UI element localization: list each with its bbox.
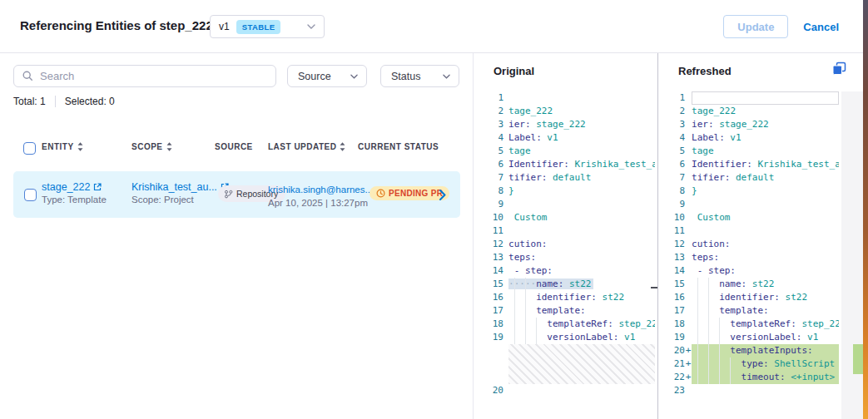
status-badge: PENDING PR xyxy=(370,186,449,200)
diff-collapsed-region xyxy=(508,344,655,384)
code-line: 2name: stage_222 xyxy=(474,105,657,118)
stable-badge: STABLE xyxy=(236,20,281,34)
background-edge xyxy=(863,0,868,419)
code-line: 14 - step: xyxy=(474,264,657,278)
status-filter-label: Status xyxy=(391,71,420,82)
entity-type: Type: Template xyxy=(42,195,107,205)
code-line: 11 spec: xyxy=(658,224,863,238)
chevron-down-icon xyxy=(350,74,358,79)
column-header-current-status: CURRENT STATUS xyxy=(358,142,439,151)
selection-summary: Total: 1 Selected: 0 xyxy=(13,96,115,107)
code-line: 15············name: st22 xyxy=(474,278,657,291)
column-header-last-updated[interactable]: LAST UPDATED xyxy=(268,142,345,151)
refreshed-code-panel: Refreshed 1---2name: stage_2223identifie… xyxy=(657,53,863,419)
code-line: 7orgIdentifier: default xyxy=(474,171,657,185)
updated-by[interactable]: krishika.singh@harnes... xyxy=(268,185,373,195)
code-line: 17 template: xyxy=(658,304,863,318)
code-line: 15 name: st22 xyxy=(658,278,863,291)
code-line: 18 templateRef: step_222 xyxy=(474,318,657,331)
code-line: 13 steps: xyxy=(474,251,657,264)
code-line: 16 identifier: st22 xyxy=(658,291,863,304)
column-header-source: SOURCE xyxy=(215,142,253,151)
code-line: 18 templateRef: step_222 xyxy=(658,318,863,331)
scrollbar-gutter[interactable] xyxy=(841,91,863,419)
column-header-entity[interactable]: ENTITY xyxy=(42,142,83,151)
row-expand-chevron[interactable] xyxy=(439,189,446,204)
code-line: 8tags: {} xyxy=(474,185,657,198)
code-line: 7orgIdentifier: default xyxy=(658,171,863,185)
code-line: 6projectIdentifier: Krishika_test_autocr… xyxy=(474,158,657,171)
original-panel-title: Original xyxy=(494,65,534,77)
code-line: 22+ timeout: <+input> xyxy=(658,371,863,384)
code-line: 1--- xyxy=(474,91,657,105)
refreshed-panel-title: Refreshed xyxy=(678,65,732,77)
source-filter-select[interactable]: Source xyxy=(287,65,367,87)
code-line: 5type: Stage xyxy=(658,145,863,158)
code-line: 21+ type: ShellScript xyxy=(658,357,863,371)
entity-link[interactable]: stage_222 xyxy=(42,181,107,193)
table-row[interactable]: stage_222 Type: Template Krishika_test_a… xyxy=(13,171,460,218)
code-line: 14 - step: xyxy=(658,264,863,278)
scope-cell: Krishika_test_au... Scope: Project xyxy=(131,181,229,205)
code-line: 12 execution: xyxy=(658,238,863,251)
row-checkbox[interactable] xyxy=(24,189,37,201)
code-line: 12 execution: xyxy=(474,238,657,251)
version-select[interactable]: v1 STABLE xyxy=(210,15,325,38)
code-line: 9spec: xyxy=(658,198,863,211)
code-line: 13 steps: xyxy=(658,251,863,264)
original-code-panel: Original 1---2name: stage_2223identifier… xyxy=(473,53,657,419)
code-line: 17 template: xyxy=(474,304,657,318)
version-value: v1 xyxy=(219,21,230,32)
updated-at: Apr 10, 2025 | 13:27pm xyxy=(268,198,373,208)
code-line: 2name: stage_222 xyxy=(658,105,863,118)
selected-count: Selected: 0 xyxy=(65,96,115,107)
clock-icon xyxy=(376,189,385,198)
code-line: 6projectIdentifier: Krishika_test_autocr… xyxy=(658,158,863,171)
total-count: Total: 1 xyxy=(13,96,46,107)
divider xyxy=(55,96,56,107)
status-filter-select[interactable]: Status xyxy=(380,65,459,87)
code-line: 16 identifier: st22 xyxy=(474,291,657,304)
external-link-icon xyxy=(93,183,102,191)
table-header: ENTITY SCOPE SOURCE LAST UPDATED CURRENT… xyxy=(0,140,473,160)
copy-icon[interactable] xyxy=(831,62,846,76)
refreshed-code-editor[interactable]: 1---2name: stage_2223identifier: stage_2… xyxy=(658,91,863,419)
code-line: 4versionLabel: v1 xyxy=(658,131,863,145)
sort-icon[interactable] xyxy=(340,142,345,151)
diff-added-marker xyxy=(853,344,863,374)
code-line: 19 versionLabel: v1 xyxy=(474,331,657,344)
select-all-checkbox[interactable] xyxy=(23,142,36,155)
update-button[interactable]: Update xyxy=(723,15,788,38)
cancel-button[interactable]: Cancel xyxy=(803,21,839,33)
referencing-entities-drawer: Referencing Entities of step_222 v1 STAB… xyxy=(0,0,868,419)
status-cell: PENDING PR xyxy=(370,186,449,201)
code-line: 23 xyxy=(658,384,863,397)
sort-icon[interactable] xyxy=(77,142,83,151)
chevron-down-icon xyxy=(443,74,450,79)
search-input[interactable]: Search xyxy=(13,65,276,87)
scope-sub: Scope: Project xyxy=(131,195,229,205)
entities-list-section: Search Source Status Total: 1 Selected: … xyxy=(0,53,473,419)
sort-icon[interactable] xyxy=(166,142,172,151)
code-line: 1--- xyxy=(658,91,863,105)
code-line: 11 spec: xyxy=(474,224,657,238)
page-title: Referencing Entities of step_222 xyxy=(20,18,213,32)
top-actions: Update Cancel xyxy=(723,15,839,38)
column-header-scope[interactable]: SCOPE xyxy=(131,142,172,151)
code-line: 3identifier: stage_222 xyxy=(474,118,657,131)
code-line: 20+ templateInputs: xyxy=(658,344,863,357)
scope-link[interactable]: Krishika_test_au... xyxy=(131,181,229,193)
last-updated-cell: krishika.singh@harnes... Apr 10, 2025 | … xyxy=(268,181,373,208)
source-filter-label: Source xyxy=(298,71,331,82)
search-icon xyxy=(22,71,33,81)
code-line: 4versionLabel: v1 xyxy=(474,131,657,145)
code-line: 10 type: Custom xyxy=(474,211,657,224)
code-line: 5type: Stage xyxy=(474,145,657,158)
code-line: 19 versionLabel: v1 xyxy=(658,331,863,344)
original-code-editor[interactable]: 1---2name: stage_2223identifier: stage_2… xyxy=(474,91,657,419)
code-line: 10 type: Custom xyxy=(658,211,863,224)
entity-cell: stage_222 Type: Template xyxy=(42,181,107,205)
top-bar: Referencing Entities of step_222 v1 STAB… xyxy=(0,0,863,53)
code-line: 8tags: {} xyxy=(658,185,863,198)
chevron-down-icon xyxy=(307,24,315,29)
